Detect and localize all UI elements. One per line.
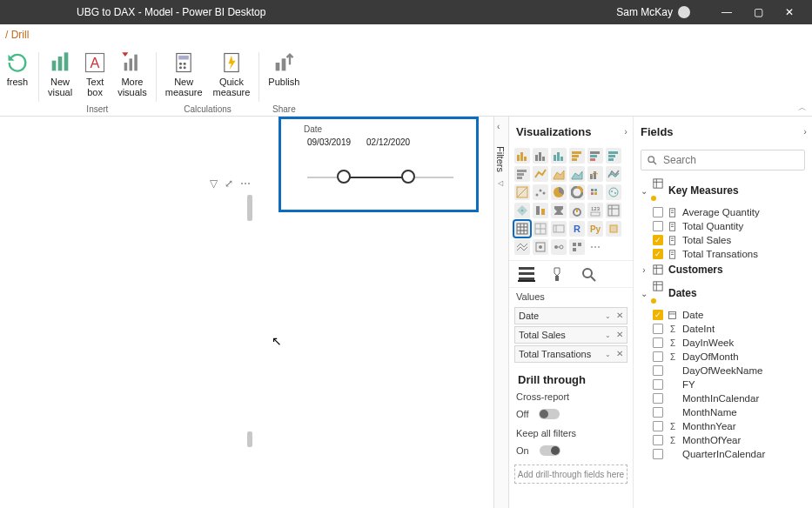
visual-type-chip[interactable] [533, 148, 548, 164]
field-checkbox[interactable] [653, 324, 663, 334]
slicer-from-date[interactable]: 09/03/2019 [307, 137, 351, 147]
refresh-button[interactable]: fresh [0, 49, 35, 104]
visual-type-chip[interactable] [606, 166, 621, 182]
visual-type-chip[interactable] [569, 166, 585, 182]
field-checkbox[interactable]: ✓ [653, 249, 663, 259]
field-item[interactable]: ✓Total Transations [637, 247, 809, 261]
fields-search[interactable] [641, 150, 805, 170]
visual-type-chip[interactable] [514, 148, 530, 164]
visual-type-chip[interactable] [569, 148, 585, 164]
chevron-right-icon[interactable]: › [803, 126, 807, 137]
visual-type-chip[interactable] [551, 239, 567, 255]
visual-type-chip[interactable] [606, 184, 621, 200]
visual-type-chip[interactable] [514, 239, 530, 255]
field-item[interactable]: QuarterInCalendar [637, 447, 809, 461]
field-item[interactable]: ✓Total Sales [637, 233, 809, 247]
slicer-to-date[interactable]: 02/12/2020 [366, 137, 410, 147]
text-box-button[interactable]: A Text box [77, 49, 112, 104]
maximize-button[interactable]: ▢ [742, 0, 774, 24]
close-button[interactable]: ✕ [774, 0, 805, 24]
field-item[interactable]: MonthName [637, 405, 809, 419]
field-checkbox[interactable]: ✓ [653, 310, 663, 320]
scrollbar-thumb[interactable] [247, 431, 252, 447]
keep-filters-toggle[interactable] [540, 445, 560, 456]
field-well[interactable]: Date⌄✕ [514, 307, 627, 324]
chevron-down-icon[interactable]: ⌄ [605, 312, 611, 320]
visual-type-chip[interactable] [587, 148, 603, 164]
visual-type-chip[interactable] [551, 148, 567, 164]
visualizations-header[interactable]: Visualizations › [509, 117, 633, 146]
field-checkbox[interactable] [653, 351, 663, 362]
new-measure-button[interactable]: New measure [160, 49, 208, 104]
slicer-handle-end[interactable] [401, 170, 415, 184]
visual-type-chip[interactable] [514, 221, 530, 237]
scrollbar-thumb[interactable] [247, 195, 252, 221]
field-table[interactable]: ⌄Dates [637, 278, 809, 308]
visual-type-chip[interactable]: 123 [587, 203, 603, 218]
fields-header[interactable]: Fields › [634, 117, 812, 146]
chevron-down-icon[interactable]: ⌄ [605, 331, 611, 339]
field-checkbox[interactable] [653, 338, 663, 348]
field-table[interactable]: ⌄Key Measures [637, 176, 809, 205]
field-item[interactable]: Average Quantity [637, 205, 809, 219]
more-visuals-icon[interactable]: ⋯ [587, 239, 603, 255]
visual-type-chip[interactable] [551, 184, 567, 200]
quick-measure-button[interactable]: Quick measure [208, 49, 256, 104]
visual-type-chip[interactable] [569, 184, 585, 200]
field-checkbox[interactable] [653, 379, 663, 390]
more-options-icon[interactable]: ⋯ [240, 177, 251, 190]
ribbon-collapse-icon[interactable]: ︿ [798, 102, 807, 114]
field-well[interactable]: Total Transations⌄✕ [514, 345, 627, 363]
visual-type-chip[interactable] [533, 221, 548, 237]
user-avatar[interactable] [678, 6, 690, 18]
remove-field-icon[interactable]: ✕ [616, 349, 623, 358]
field-item[interactable]: ΣMonthOfYear [637, 433, 809, 447]
visual-type-chip[interactable] [533, 239, 548, 255]
field-item[interactable]: FY [637, 378, 809, 391]
visual-type-chip[interactable] [533, 203, 548, 218]
visual-type-chip[interactable] [533, 184, 548, 200]
fields-tab-icon[interactable] [518, 266, 535, 282]
field-checkbox[interactable] [653, 421, 663, 431]
field-item[interactable]: MonthInCalendar [637, 391, 809, 405]
field-item[interactable]: ΣDateInt [637, 322, 809, 336]
visual-type-chip[interactable] [514, 203, 530, 218]
format-tab-icon[interactable] [549, 266, 567, 282]
visual-type-chip[interactable] [514, 184, 530, 200]
field-checkbox[interactable] [653, 407, 663, 418]
publish-button[interactable]: Publish [263, 49, 305, 104]
field-checkbox[interactable] [653, 207, 663, 217]
search-input[interactable] [663, 154, 799, 166]
visual-type-chip[interactable] [606, 148, 621, 164]
drill-through-dropzone[interactable]: Add drill-through fields here [514, 465, 627, 484]
more-visuals-button[interactable]: More visuals [112, 49, 152, 104]
field-checkbox[interactable] [653, 365, 663, 376]
remove-field-icon[interactable]: ✕ [616, 311, 623, 320]
field-item[interactable]: ΣDayOfMonth [637, 350, 809, 364]
visual-type-chip[interactable] [569, 239, 585, 255]
minimize-button[interactable]: — [711, 0, 742, 24]
filter-icon[interactable]: ▽ [210, 177, 218, 190]
visual-type-chip[interactable] [606, 221, 621, 237]
field-item[interactable]: DayOfWeekName [637, 364, 809, 378]
chevron-right-icon[interactable]: › [624, 126, 627, 137]
visual-type-chip[interactable]: Py [587, 221, 603, 237]
report-canvas[interactable]: ▽ ⤢ ⋯ Date 09/03/2019 02/12/2020 ↖ [0, 117, 493, 508]
expand-filters-icon[interactable]: ‹ [497, 122, 500, 131]
visual-type-chip[interactable] [514, 166, 530, 182]
remove-field-icon[interactable]: ✕ [616, 330, 623, 339]
chevron-down-icon[interactable]: ⌄ [605, 351, 611, 358]
field-item[interactable]: ✓Date [637, 308, 809, 322]
field-checkbox[interactable]: ✓ [653, 235, 663, 245]
slicer-handle-start[interactable] [337, 170, 351, 184]
field-well[interactable]: Total Sales⌄✕ [514, 326, 627, 344]
visual-type-chip[interactable] [587, 184, 603, 200]
date-slicer-visual[interactable]: Date 09/03/2019 02/12/2020 [278, 117, 479, 212]
visual-type-chip[interactable] [587, 166, 603, 182]
visual-type-chip[interactable] [606, 203, 621, 218]
field-checkbox[interactable] [653, 449, 663, 459]
field-item[interactable]: Total Quantity [637, 219, 809, 233]
visual-type-chip[interactable] [551, 203, 567, 218]
visual-type-chip[interactable] [551, 166, 567, 182]
cross-report-toggle[interactable] [539, 409, 560, 419]
